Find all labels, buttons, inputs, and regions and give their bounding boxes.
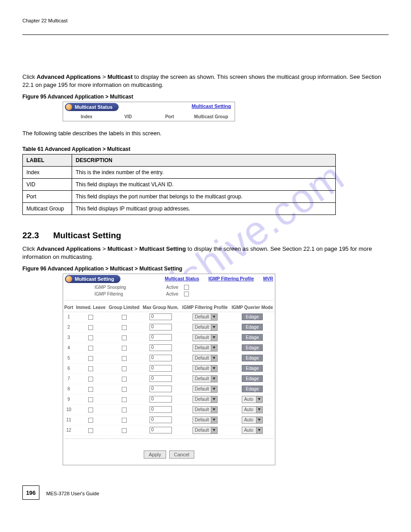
max-group-input[interactable]: 0: [150, 416, 172, 423]
igmp-filtering-checkbox[interactable]: [184, 292, 189, 296]
apply-button[interactable]: Apply: [144, 450, 166, 459]
group-limited-checkbox[interactable]: [122, 356, 127, 361]
immed-leave-checkbox[interactable]: [88, 366, 93, 371]
group-limited-checkbox[interactable]: [122, 418, 127, 423]
querier-mode-edge-button[interactable]: Edage: [242, 355, 263, 361]
intro-bold2: Multicast: [107, 73, 133, 80]
port-row: 50DefaultEdage: [63, 353, 275, 363]
filtering-profile-cell: Default: [180, 363, 230, 373]
igmp-snooping-checkbox[interactable]: [184, 285, 189, 290]
mvr-link[interactable]: MVR: [263, 276, 273, 281]
figure-96-links: Multicast Status IGMP Filtering Profile …: [157, 276, 273, 281]
form-buttons: Apply Cancel: [63, 442, 275, 465]
max-group-input[interactable]: 0: [150, 313, 172, 320]
group-limited-checkbox[interactable]: [122, 366, 127, 371]
querier-mode-cell: Edage: [230, 343, 275, 353]
max-group-input[interactable]: 0: [150, 344, 172, 351]
immed-leave-checkbox[interactable]: [88, 356, 93, 361]
max-group-input[interactable]: 0: [150, 406, 172, 413]
immed-leave-cell: [74, 312, 107, 322]
immed-leave-checkbox[interactable]: [88, 428, 93, 433]
immed-leave-checkbox[interactable]: [88, 325, 93, 330]
querier-mode-cell: Edage: [230, 322, 275, 332]
immed-leave-checkbox[interactable]: [88, 418, 93, 423]
max-group-cell: 0: [141, 373, 180, 384]
group-limited-checkbox[interactable]: [122, 346, 127, 351]
filtering-profile-cell: Default: [180, 343, 230, 353]
chevron-down-icon: [256, 427, 262, 433]
filtering-profile-select[interactable]: Default: [193, 324, 218, 331]
port-table-header: Port Immed. Leave Group Limited Max Grou…: [63, 303, 275, 312]
querier-mode-edge-button[interactable]: Edage: [242, 365, 263, 372]
port-number: 11: [63, 415, 74, 425]
filtering-profile-select[interactable]: Default: [193, 334, 218, 341]
filtering-profile-select[interactable]: Default: [193, 416, 218, 424]
intro-bold1: Advanced Applications: [37, 73, 101, 80]
max-group-input[interactable]: 0: [150, 427, 172, 433]
querier-mode-cell: Auto: [230, 415, 275, 425]
querier-mode-edge-button[interactable]: Edage: [242, 344, 263, 351]
group-limited-checkbox[interactable]: [122, 325, 127, 330]
cancel-button[interactable]: Cancel: [169, 450, 194, 459]
figure-96-caption: Figure 96 Advanced Application > Multica…: [22, 266, 389, 272]
page-number: 196: [22, 485, 39, 500]
group-limited-checkbox[interactable]: [122, 377, 127, 382]
querier-mode-auto-select[interactable]: Auto: [242, 416, 263, 424]
group-limited-checkbox[interactable]: [122, 315, 127, 320]
querier-mode-edge-button[interactable]: Edage: [242, 324, 263, 330]
group-limited-checkbox[interactable]: [122, 387, 127, 392]
filtering-profile-select[interactable]: Default: [193, 313, 218, 321]
max-group-input[interactable]: 0: [150, 355, 172, 361]
querier-mode-edge-button[interactable]: Edage: [242, 313, 263, 320]
igmp-filtering-profile-link[interactable]: IGMP Filtering Profile: [208, 276, 254, 281]
querier-mode-auto-select[interactable]: Auto: [242, 396, 263, 403]
filtering-profile-cell: Default: [180, 373, 230, 384]
table-61-caption: Table 61 Advanced Application > Multicas…: [22, 146, 389, 152]
filtering-profile-select[interactable]: Default: [193, 396, 218, 403]
max-group-input[interactable]: 0: [150, 396, 172, 403]
max-group-input[interactable]: 0: [150, 375, 172, 382]
filtering-profile-cell: Default: [180, 415, 230, 425]
immed-leave-checkbox[interactable]: [88, 397, 93, 402]
querier-mode-edge-button[interactable]: Edage: [242, 375, 263, 382]
immed-leave-cell: [74, 363, 107, 373]
filtering-profile-select[interactable]: Default: [193, 365, 218, 372]
header-rule: [22, 34, 389, 35]
filtering-profile-cell: Default: [180, 322, 230, 332]
chevron-down-icon: [211, 386, 217, 392]
querier-mode-auto-select[interactable]: Auto: [242, 406, 263, 413]
multicast-status-link[interactable]: Multicast Status: [165, 276, 199, 281]
group-limited-checkbox[interactable]: [122, 408, 127, 412]
page-content: Chapter 22 Multicast Click Advanced Appl…: [22, 18, 389, 500]
immed-leave-checkbox[interactable]: [88, 377, 93, 382]
filtering-profile-select[interactable]: Default: [193, 386, 218, 393]
max-group-input[interactable]: 0: [150, 334, 172, 341]
immed-leave-checkbox[interactable]: [88, 408, 93, 412]
querier-mode-edge-button[interactable]: Edage: [242, 386, 263, 392]
cell-label: Port: [23, 190, 72, 202]
immed-leave-checkbox[interactable]: [88, 346, 93, 351]
max-group-cell: 0: [141, 415, 180, 425]
group-limited-checkbox[interactable]: [122, 335, 127, 340]
immed-leave-checkbox[interactable]: [88, 315, 93, 320]
filtering-profile-select[interactable]: Default: [193, 375, 218, 382]
filtering-profile-select[interactable]: Default: [193, 355, 218, 362]
group-limited-checkbox[interactable]: [122, 428, 127, 433]
filtering-profile-select[interactable]: Default: [193, 427, 218, 434]
max-group-input[interactable]: 0: [150, 324, 172, 330]
max-group-input[interactable]: 0: [150, 386, 172, 392]
section-title: Multicast Setting: [53, 231, 121, 240]
multicast-setting-link[interactable]: Multicast Setting: [192, 103, 231, 109]
filtering-profile-select[interactable]: Default: [193, 344, 218, 352]
immed-leave-checkbox[interactable]: [88, 387, 93, 392]
filtering-profile-select[interactable]: Default: [193, 406, 218, 413]
group-limited-checkbox[interactable]: [122, 397, 127, 402]
max-group-input[interactable]: 0: [150, 365, 172, 372]
multicast-setting-pill: Multicast Setting: [65, 275, 120, 283]
col-igmp-querier-mode: IGMP Querier Mode: [230, 303, 275, 312]
querier-mode-edge-button[interactable]: Edage: [242, 334, 263, 341]
max-group-cell: 0: [141, 363, 180, 373]
querier-mode-auto-select[interactable]: Auto: [242, 427, 263, 434]
immed-leave-checkbox[interactable]: [88, 335, 93, 340]
active-label: Active: [166, 285, 184, 290]
